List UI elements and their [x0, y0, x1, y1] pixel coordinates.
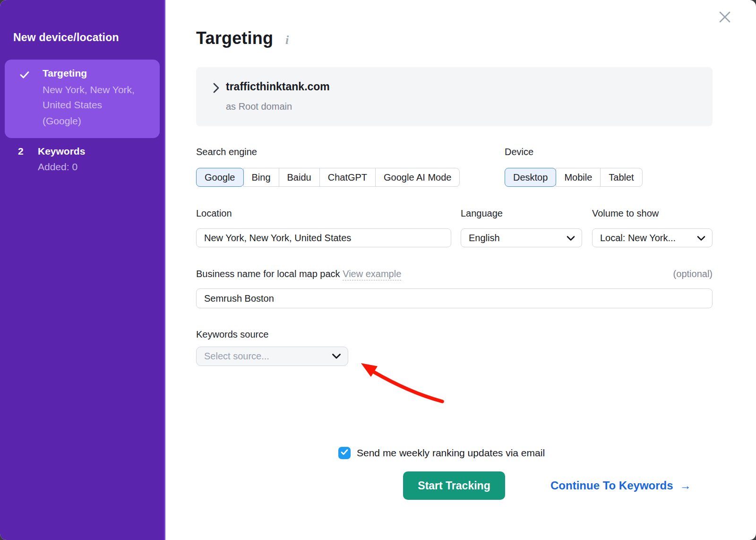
search-engine-label: Search engine	[196, 147, 257, 157]
language-select[interactable]: English	[461, 228, 582, 247]
arrow-right-icon: →	[680, 479, 691, 492]
search-engine-baidu[interactable]: Baidu	[279, 168, 320, 187]
keywords-source-placeholder: Select source...	[204, 351, 269, 362]
business-name-label-row: Business name for local map pack View ex…	[196, 269, 713, 279]
step-keywords-label: Keywords	[38, 146, 160, 157]
search-engine-google-ai-mode[interactable]: Google AI Mode	[375, 168, 460, 187]
dialog-title: New device/location	[13, 31, 119, 44]
wizard-sidebar: New device/location Targeting New York, …	[0, 0, 165, 540]
business-name-input[interactable]	[196, 288, 713, 308]
step-targeting-label: Targeting	[43, 68, 153, 79]
keywords-source-label: Keywords source	[196, 329, 268, 340]
new-device-location-dialog: New device/location Targeting New York, …	[0, 0, 756, 540]
chevron-down-icon	[567, 233, 575, 244]
tracked-domain: trafficthinktank.com	[226, 80, 330, 93]
volume-to-show-label: Volume to show	[592, 208, 659, 219]
close-button[interactable]	[716, 9, 733, 26]
step-targeting-engine: (Google)	[43, 115, 153, 127]
step-targeting-location: New York, New York,United States	[43, 82, 153, 113]
sidebar-item-targeting[interactable]: Targeting New York, New York,United Stat…	[5, 60, 160, 138]
email-optin-checkbox[interactable]	[338, 447, 351, 459]
check-icon	[341, 449, 348, 457]
search-engine-google[interactable]: Google	[196, 168, 244, 187]
device-mobile[interactable]: Mobile	[556, 168, 601, 187]
email-optin-label: Send me weekly ranking updates via email	[357, 447, 545, 459]
device-label: Device	[505, 147, 533, 157]
search-engine-chatgpt[interactable]: ChatGPT	[319, 168, 376, 187]
optional-tag: (optional)	[673, 269, 713, 279]
step-keywords-count: Added: 0	[38, 161, 160, 173]
chevron-down-icon	[697, 233, 705, 244]
keywords-source-select[interactable]: Select source...	[196, 347, 348, 366]
device-tablet[interactable]: Tablet	[600, 168, 642, 187]
continue-to-keywords-label: Continue To Keywords	[550, 479, 673, 492]
chevron-down-icon	[332, 351, 341, 362]
business-name-label: Business name for local map pack	[196, 269, 340, 279]
step-keywords-number: 2	[10, 146, 38, 173]
view-example-link[interactable]: View example	[343, 269, 401, 280]
volume-value: Local: New York...	[600, 233, 676, 244]
volume-to-show-select[interactable]: Local: New York...	[592, 228, 713, 247]
search-engine-group: Google Bing Baidu ChatGPT Google AI Mode	[196, 168, 460, 187]
check-icon	[19, 74, 30, 82]
domain-scope: as Root domain	[226, 101, 292, 112]
chevron-right-icon[interactable]	[211, 82, 221, 96]
close-icon	[717, 9, 733, 27]
info-icon[interactable]: i	[285, 33, 289, 47]
domain-panel: trafficthinktank.com as Root domain	[196, 67, 713, 126]
sidebar-item-keywords[interactable]: 2 Keywords Added: 0	[10, 146, 160, 173]
continue-to-keywords-link[interactable]: Continue To Keywords →	[550, 479, 691, 492]
location-label: Location	[196, 208, 232, 219]
device-group: Desktop Mobile Tablet	[505, 168, 643, 187]
language-value: English	[469, 233, 500, 244]
page-title: Targeting	[196, 28, 273, 48]
location-input[interactable]	[196, 228, 451, 247]
device-desktop[interactable]: Desktop	[505, 168, 556, 187]
language-label: Language	[461, 208, 503, 219]
start-tracking-button[interactable]: Start Tracking	[403, 471, 505, 500]
search-engine-bing[interactable]: Bing	[243, 168, 279, 187]
email-optin-row[interactable]: Send me weekly ranking updates via email	[338, 447, 545, 459]
